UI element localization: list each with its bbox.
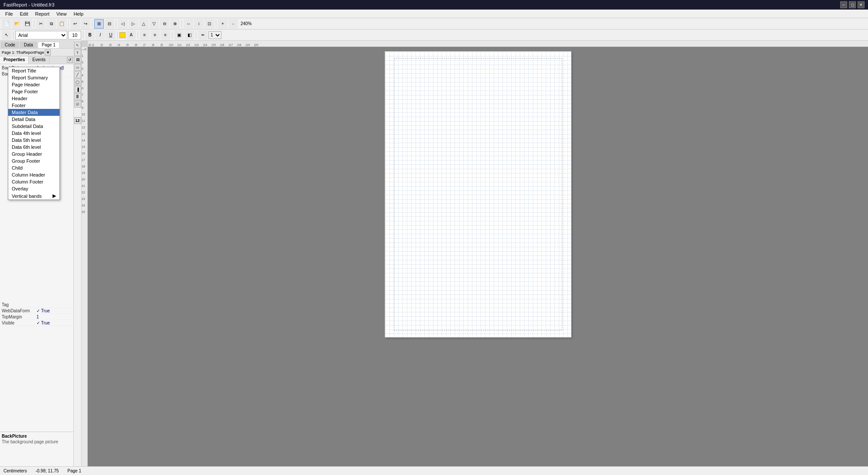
- tool-line[interactable]: ╱: [74, 71, 81, 78]
- highlight-button[interactable]: [119, 32, 125, 38]
- font-size-input[interactable]: [68, 31, 81, 39]
- menu-report[interactable]: Report: [32, 10, 53, 17]
- align-top-button[interactable]: △: [139, 19, 149, 29]
- tab-page1[interactable]: Page 1: [38, 42, 59, 48]
- undo-button[interactable]: ↩: [70, 19, 80, 29]
- border-button[interactable]: ▣: [174, 30, 184, 40]
- save-button[interactable]: 💾: [23, 19, 32, 29]
- band-item-group-footer[interactable]: Group Footer: [8, 157, 59, 164]
- prop-bottom: BackPicture The background page picture: [0, 432, 73, 466]
- new-button[interactable]: 📄: [2, 19, 11, 29]
- left-panel: Code Data Page 1 Page 1: TfraReportPage …: [0, 41, 74, 466]
- ruler-left-4: 4: [82, 74, 87, 77]
- band-item-subdetail-data[interactable]: Subdetail Data: [8, 123, 59, 130]
- tool-text[interactable]: T: [74, 49, 81, 56]
- width-equal-button[interactable]: ↔: [184, 19, 193, 29]
- redo-button[interactable]: ↪: [81, 19, 90, 29]
- align-center-v-button[interactable]: ⊕: [170, 19, 180, 29]
- zoom-value: 240%: [239, 21, 254, 26]
- report-page: [385, 51, 571, 337]
- prop-tab-properties[interactable]: Properties: [0, 56, 29, 64]
- fill-button[interactable]: ◧: [185, 30, 194, 40]
- band-item-report-summary[interactable]: Report Summary: [8, 74, 59, 81]
- size-equal-button[interactable]: ⊡: [205, 19, 214, 29]
- minimize-button[interactable]: ─: [840, 1, 847, 8]
- line-width-select[interactable]: 123: [208, 31, 221, 39]
- open-button[interactable]: 📂: [12, 19, 22, 29]
- grid2-button[interactable]: ⊟: [105, 19, 114, 29]
- ruler-left-15: 15: [82, 145, 87, 148]
- tool-rect[interactable]: ▭: [74, 64, 81, 71]
- band-item-data-5th[interactable]: Data 5th level: [8, 137, 59, 144]
- menu-view[interactable]: View: [53, 10, 70, 17]
- sep-f2: [83, 31, 83, 39]
- menu-help[interactable]: Help: [70, 10, 87, 17]
- zoom-in-button[interactable]: +: [218, 19, 228, 29]
- align-text-center[interactable]: ≡: [150, 30, 160, 40]
- line-width-button[interactable]: ━: [198, 30, 208, 40]
- prop-tab-events[interactable]: Events: [29, 56, 50, 64]
- tool-checkbox[interactable]: ☑: [74, 101, 81, 108]
- ruler-2: |2: [100, 43, 103, 46]
- copy-button[interactable]: ⧉: [46, 19, 56, 29]
- underline-button[interactable]: U: [106, 30, 116, 40]
- ruler-8: |8: [152, 43, 155, 46]
- height-equal-button[interactable]: ↕: [194, 19, 204, 29]
- ruler-15: |15: [211, 43, 216, 46]
- band-item-page-footer[interactable]: Page Footer: [8, 88, 59, 95]
- band-item-master-data[interactable]: Master Data: [8, 109, 59, 116]
- align-center-h-button[interactable]: ⊖: [160, 19, 169, 29]
- band-item-detail-data[interactable]: Detail Data: [8, 116, 59, 123]
- band-item-footer[interactable]: Footer: [8, 102, 59, 109]
- band-item-group-header[interactable]: Group Header: [8, 151, 59, 157]
- align-left-button[interactable]: ◁: [118, 19, 128, 29]
- band-item-child[interactable]: Child: [8, 164, 59, 171]
- zoom-out-button[interactable]: -: [228, 19, 238, 29]
- italic-button[interactable]: I: [96, 30, 105, 40]
- tab-data[interactable]: Data: [20, 42, 37, 48]
- tool-rich[interactable]: ≣: [74, 93, 81, 100]
- tool-barcode[interactable]: ▐: [74, 86, 81, 93]
- cut-button[interactable]: ✂: [36, 19, 46, 29]
- band-item-page-header[interactable]: Page Header: [8, 81, 59, 88]
- menu-edit[interactable]: Edit: [17, 10, 32, 17]
- page-dropdown-btn[interactable]: ▼: [45, 49, 51, 56]
- ruler-12: |12: [186, 43, 190, 46]
- align-bottom-button[interactable]: ▽: [149, 19, 159, 29]
- tab-code[interactable]: Code: [1, 42, 19, 48]
- grid-button[interactable]: ⊞: [94, 19, 104, 29]
- band-item-column-header[interactable]: Column Header: [8, 171, 59, 178]
- band-item-data-4th[interactable]: Data 4th level: [8, 130, 59, 137]
- band-item-column-footer[interactable]: Column Footer: [8, 178, 59, 185]
- menu-file[interactable]: File: [2, 10, 17, 17]
- align-text-right[interactable]: ≡: [161, 30, 170, 40]
- band-item-header[interactable]: Header: [8, 95, 59, 102]
- ruler-3: |3: [109, 43, 112, 46]
- tool-picture[interactable]: 🖼: [74, 56, 81, 63]
- tool-pointer[interactable]: ↖: [74, 42, 81, 49]
- tool-shape[interactable]: ◯: [74, 79, 81, 85]
- ruler-left-5: 5: [82, 80, 87, 83]
- band-item-data-6th[interactable]: Data 6th level: [8, 144, 59, 151]
- ruler-left-14: 14: [82, 139, 87, 142]
- page-selector: Page 1: TfraReportPage ▼: [0, 49, 73, 56]
- band-item-arrow-icon: ▶: [53, 193, 56, 199]
- ruler-5: |5: [126, 43, 129, 46]
- paste-button[interactable]: 📋: [57, 19, 66, 29]
- ruler-left: —0 1 2 3 4 5 6 7 8 9 10 11 12 13 14 15 1: [82, 47, 88, 466]
- font-selector[interactable]: Arial: [15, 31, 67, 39]
- main-layout: Code Data Page 1 Page 1: TfraReportPage …: [0, 41, 868, 466]
- bold-button[interactable]: B: [85, 30, 95, 40]
- prop-refresh-btn[interactable]: ↺: [67, 57, 73, 63]
- band-item-report-title[interactable]: Report Title: [8, 67, 59, 74]
- report-canvas[interactable]: [88, 47, 868, 466]
- band-item-vertical-bands[interactable]: Vertical bands ▶: [8, 192, 59, 200]
- band-item-overlay[interactable]: Overlay: [8, 185, 59, 192]
- text-color-button[interactable]: A: [126, 30, 136, 40]
- align-text-left[interactable]: ≡: [140, 30, 149, 40]
- restore-button[interactable]: ◻: [849, 1, 856, 8]
- pointer-tool[interactable]: ↖: [2, 30, 11, 40]
- prop-label: Visible: [2, 321, 36, 325]
- close-button[interactable]: ✕: [858, 1, 865, 8]
- align-right-button[interactable]: ▷: [129, 19, 138, 29]
